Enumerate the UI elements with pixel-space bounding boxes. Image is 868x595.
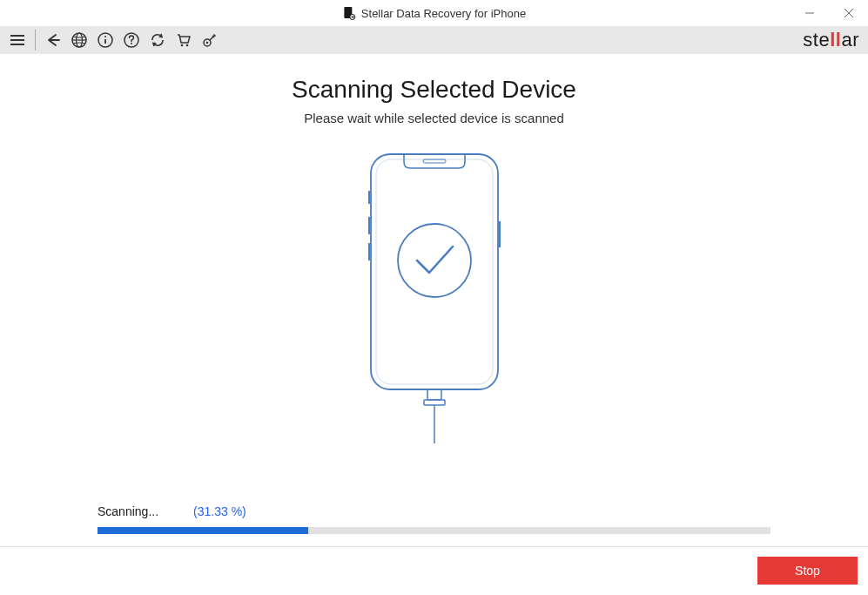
phone-illustration: [0, 147, 868, 443]
svg-point-19: [206, 42, 209, 44]
scanning-status-label: Scanning...: [98, 504, 158, 518]
app-icon: [342, 6, 356, 20]
svg-point-15: [131, 43, 132, 44]
back-icon[interactable]: [41, 28, 65, 52]
info-icon[interactable]: [93, 28, 118, 52]
toolbar: stellar: [0, 26, 868, 54]
refresh-icon[interactable]: [145, 28, 170, 52]
page-title: Scanning Selected Device: [0, 76, 868, 104]
progress-fill: [98, 527, 308, 534]
svg-rect-28: [427, 389, 441, 400]
brand-logo: stellar: [803, 29, 859, 51]
svg-rect-20: [371, 154, 498, 389]
close-button[interactable]: [829, 0, 868, 26]
svg-point-27: [398, 224, 471, 297]
minimize-button[interactable]: [790, 0, 829, 26]
key-icon[interactable]: [198, 28, 222, 52]
svg-point-16: [181, 44, 184, 47]
svg-rect-22: [423, 159, 446, 163]
globe-icon[interactable]: [67, 28, 91, 52]
toolbar-group: [5, 28, 222, 52]
menu-icon[interactable]: [5, 28, 30, 52]
svg-rect-21: [376, 159, 493, 384]
main-content: Scanning Selected Device Please wait whi…: [0, 54, 868, 443]
cart-icon[interactable]: [172, 28, 196, 52]
window-title: Stellar Data Recovery for iPhone: [361, 7, 526, 20]
toolbar-divider: [35, 30, 36, 51]
bottom-divider: [0, 546, 868, 547]
svg-point-17: [186, 44, 189, 47]
progress-percent-label: (31.33 %): [193, 504, 246, 518]
titlebar: Stellar Data Recovery for iPhone: [0, 0, 868, 26]
window-controls: [790, 0, 868, 26]
progress-section: Scanning... (31.33 %): [98, 504, 770, 534]
titlebar-center: Stellar Data Recovery for iPhone: [342, 6, 526, 20]
page-subtitle: Please wait while selected device is sca…: [0, 111, 868, 125]
svg-point-12: [104, 36, 106, 37]
stop-button[interactable]: Stop: [757, 557, 858, 585]
help-icon[interactable]: [119, 28, 144, 52]
svg-rect-29: [424, 400, 445, 405]
progress-labels: Scanning... (31.33 %): [98, 504, 770, 518]
progress-bar: [98, 527, 770, 534]
